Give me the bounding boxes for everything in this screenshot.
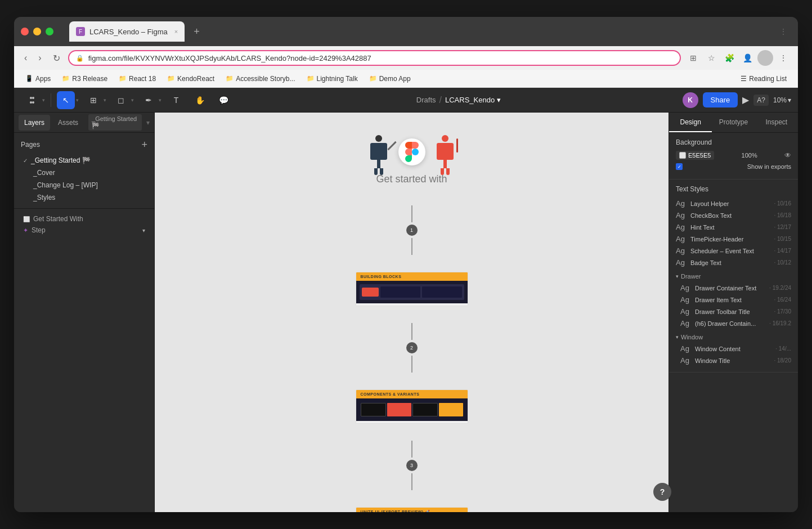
main-menu-button[interactable] <box>23 91 41 109</box>
minimize-window-button[interactable] <box>33 28 41 35</box>
browser-nav: ‹ › ↻ 🔒 figma.com/file/KVXYNVWrXtuXQJPSd… <box>14 46 798 70</box>
bookmark-demo[interactable]: 📁 Demo App <box>365 73 415 84</box>
bookmark-kendoreact[interactable]: 📁 KendoReact <box>163 73 219 84</box>
text-style-drawer-item[interactable]: Ag Drawer Item Text · 16/24 <box>680 294 791 306</box>
add-page-button[interactable]: + <box>141 140 147 150</box>
text-tool-button[interactable]: T <box>167 91 185 109</box>
tab-inspect[interactable]: Inspect <box>755 113 798 132</box>
text-style-hint-text[interactable]: Ag Hint Text · 12/17 <box>676 221 791 233</box>
extensions-icon[interactable]: 🧩 <box>721 50 737 66</box>
maximize-window-button[interactable] <box>46 28 53 35</box>
text-style-drawer-toolbar[interactable]: Ag Drawer Toolbar Title · 17/30 <box>680 306 791 317</box>
text-style-window-content[interactable]: Ag Window Content · 14/... <box>680 343 791 355</box>
connector-line-3b <box>411 473 412 490</box>
breadcrumb-current[interactable]: LCARS_Kendo ▾ <box>445 96 501 104</box>
shape-tool-button[interactable]: ◻ <box>112 91 130 109</box>
toolbar-right: K Share ▶ A? 10% ▾ <box>683 92 791 108</box>
canvas-hero-title: Get started with <box>365 173 459 185</box>
forward-button[interactable]: › <box>35 51 44 65</box>
step2-card3 <box>412 403 438 416</box>
bookmark-react18[interactable]: 📁 React 18 <box>114 73 160 84</box>
user-avatar[interactable] <box>757 50 773 66</box>
bookmarks-bar: 📱 Apps 📁 R3 Release 📁 React 18 📁 KendoRe… <box>14 70 798 88</box>
present-button[interactable]: ▶ <box>742 95 749 105</box>
text-style-drawer-container[interactable]: Ag Drawer Container Text · 19.2/24 <box>680 282 791 294</box>
background-color-box[interactable]: E5E5E5 <box>676 151 714 160</box>
comment-tool-button[interactable]: 💬 <box>214 91 232 109</box>
share-button[interactable]: Share <box>703 92 738 107</box>
zoom-control[interactable]: 10% ▾ <box>773 96 791 104</box>
browser-menu-button[interactable]: ⋮ <box>775 24 791 39</box>
reading-list-button[interactable]: ☰ Reading List <box>736 73 791 84</box>
background-color-swatch <box>679 152 686 159</box>
text-style-window-title[interactable]: Ag Window Title · 18/20 <box>680 355 791 366</box>
right-sidebar: Design Prototype Inspect Background E5E5… <box>669 113 798 512</box>
text-style-checkbox-text[interactable]: Ag CheckBox Text · 16/18 <box>676 209 791 221</box>
page-styles[interactable]: _Styles <box>19 191 150 204</box>
show-exports-label: Show in exports <box>747 163 791 170</box>
toolbar-center: Drafts / LCARS_Kendo ▾ <box>236 95 681 105</box>
frame-tool-button[interactable]: ⊞ <box>84 91 102 109</box>
comment-tool-group: 💬 <box>212 91 235 109</box>
page-getting-started-label: _Getting Started 🏁 <box>31 156 91 164</box>
text-styles-title: Text Styles <box>676 185 791 193</box>
help-button[interactable]: ? <box>653 483 671 501</box>
text-styles-section: Text Styles Ag Layout Helper · 10/16 Ag … <box>669 180 798 373</box>
step-frame-1[interactable]: BUILDING BLOCKS <box>356 272 468 306</box>
page-cover[interactable]: _Cover <box>19 167 150 179</box>
close-window-button[interactable] <box>21 28 29 35</box>
select-tool-button[interactable]: ↖ <box>57 91 75 109</box>
text-style-scheduler-event[interactable]: Ag Scheduler – Event Text · 14/17 <box>676 245 791 257</box>
layer-step[interactable]: ✦ Step ▾ <box>19 225 150 236</box>
page-getting-started[interactable]: ✓ _Getting Started 🏁 <box>19 154 150 167</box>
tab-assets[interactable]: Assets <box>52 115 84 131</box>
browser-settings-icon[interactable]: ⋮ <box>775 50 791 66</box>
tab-close-button[interactable]: × <box>174 28 178 35</box>
pen-tool-button[interactable]: ✒ <box>140 91 158 109</box>
bookmark-lightning[interactable]: 📁 Lightning Talk <box>302 73 362 84</box>
pages-section-header[interactable]: Pages + <box>19 137 150 152</box>
text-style-drawer-h6[interactable]: Ag (h6) Drawer Contain... · 16/19.2 <box>680 317 791 329</box>
background-visibility-icon[interactable]: 👁 <box>784 151 791 159</box>
profile-icon[interactable]: 👤 <box>739 50 755 66</box>
step2-connector: 2 <box>406 323 418 373</box>
sidebar-page-menu-button[interactable]: ▾ <box>146 119 150 127</box>
browser-tab[interactable]: F LCARS_Kendo – Figma × <box>69 21 185 42</box>
page-styles-label: _Styles <box>33 194 55 201</box>
tab-design[interactable]: Design <box>669 113 712 132</box>
ai-button[interactable]: A? <box>753 95 769 106</box>
tab-layers[interactable]: Layers <box>19 115 50 131</box>
window-group-items: Ag Window Content · 14/... Ag Window Tit… <box>676 343 791 366</box>
component-layer-icon: ✦ <box>23 227 28 234</box>
address-bar[interactable]: 🔒 figma.com/file/KVXYNVWrXtuXQJPSdyuKAb/… <box>68 50 681 66</box>
text-style-layout-helper[interactable]: Ag Layout Helper · 10/16 <box>676 198 791 209</box>
drawer-group-header[interactable]: ▾ Drawer <box>676 271 791 282</box>
step-frame-3[interactable]: UNITE UI (EXPORT PREVIEW) 🚀 <box>356 507 468 512</box>
canvas-hero-section: Get started with <box>365 135 459 189</box>
canvas-area[interactable]: Get started with 1 BUILDING BLOCKS <box>155 113 669 512</box>
show-exports-checkbox[interactable]: ✓ <box>676 163 683 170</box>
layer-get-started-with[interactable]: ⬜ Get Started With <box>19 213 150 225</box>
bookmark-kendoreact-label: KendoReact <box>177 75 214 83</box>
bookmark-apps-label: Apps <box>35 75 51 83</box>
tab-prototype[interactable]: Prototype <box>712 113 755 132</box>
text-style-badge-text[interactable]: Ag Badge Text · 10/12 <box>676 257 791 268</box>
tab-search-icon[interactable]: ⊞ <box>685 50 701 66</box>
reload-button[interactable]: ↻ <box>50 51 64 66</box>
new-tab-button[interactable]: + <box>194 26 200 38</box>
window-group-header[interactable]: ▾ Window <box>676 331 791 343</box>
bookmark-r3-release[interactable]: 📁 R3 Release <box>57 73 112 84</box>
text-style-timepicker-header[interactable]: Ag TimePicker-Header · 10/15 <box>676 233 791 245</box>
back-button[interactable]: ‹ <box>21 51 30 65</box>
hand-tool-button[interactable]: ✋ <box>191 91 209 109</box>
page-changelog[interactable]: _Change Log – [WIP] <box>19 179 150 191</box>
bookmark-storybook[interactable]: 📁 Accessible Storyb... <box>221 73 299 84</box>
step2-card2 <box>387 403 411 416</box>
select-tools-group: ↖ ▾ <box>55 91 81 109</box>
step-frame-2[interactable]: COMPONENTS & VARIANTS <box>356 389 468 424</box>
bookmark-apps[interactable]: 📱 Apps <box>21 73 55 84</box>
layer-expand-icon: ▾ <box>142 227 145 234</box>
url-text: figma.com/file/KVXYNVWrXtuXQJPSdyuKAb/LC… <box>88 54 673 62</box>
bookmark-icon[interactable]: ☆ <box>703 50 719 66</box>
frame-layer-icon: ⬜ <box>23 216 30 222</box>
